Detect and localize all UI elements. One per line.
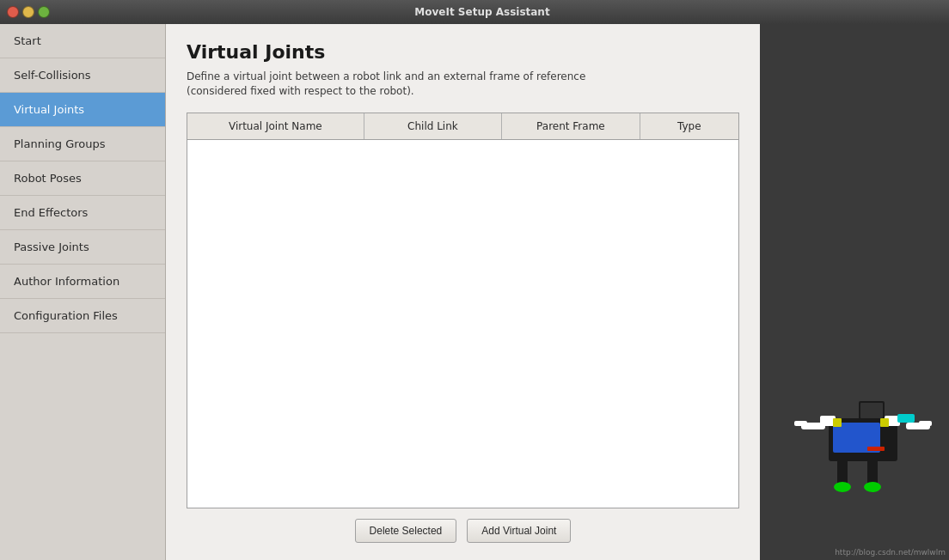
close-button[interactable]	[7, 6, 19, 18]
sidebar-item-configuration-files[interactable]: Configuration Files	[0, 299, 165, 333]
column-header-type: Type	[640, 113, 738, 139]
add-virtual-joint-button[interactable]: Add Virtual Joint	[467, 519, 571, 543]
page-title: Virtual Joints	[187, 41, 739, 63]
minimize-button[interactable]	[22, 6, 34, 18]
app-body: Start Self-Collisions Virtual Joints Pla…	[0, 24, 949, 560]
page-description: Define a virtual joint between a robot l…	[187, 70, 739, 99]
virtual-joints-table[interactable]: Virtual Joint Name Child Link Parent Fra…	[187, 113, 739, 508]
sidebar: Start Self-Collisions Virtual Joints Pla…	[0, 24, 166, 560]
svg-rect-12	[837, 459, 848, 484]
window-controls[interactable]	[7, 6, 50, 18]
sidebar-item-end-effectors[interactable]: End Effectors	[0, 196, 165, 230]
column-header-child-link: Child Link	[364, 113, 503, 139]
robot-canvas	[760, 24, 949, 560]
svg-rect-10	[833, 418, 842, 427]
sidebar-item-passive-joints[interactable]: Passive Joints	[0, 230, 165, 265]
table-header: Virtual Joint Name Child Link Parent Fra…	[187, 113, 738, 140]
robot-visualization	[786, 371, 940, 508]
watermark: http://blog.csdn.net/mwlwlm	[835, 548, 946, 557]
svg-rect-17	[919, 421, 932, 426]
svg-rect-16	[794, 421, 807, 426]
sidebar-item-start[interactable]: Start	[0, 24, 165, 58]
maximize-button[interactable]	[38, 6, 50, 18]
window-title: MoveIt Setup Assistant	[57, 6, 908, 18]
sidebar-item-planning-groups[interactable]: Planning Groups	[0, 127, 165, 161]
svg-point-15	[864, 482, 881, 492]
svg-rect-5	[860, 403, 883, 418]
svg-rect-11	[867, 447, 885, 451]
column-header-virtual-joint-name: Virtual Joint Name	[187, 113, 364, 139]
svg-point-14	[834, 482, 851, 492]
main-content: Virtual Joints Define a virtual joint be…	[166, 24, 760, 560]
sidebar-item-self-collisions[interactable]: Self-Collisions	[0, 58, 165, 93]
svg-rect-13	[867, 459, 878, 484]
button-row: Delete Selected Add Virtual Joint	[187, 519, 739, 543]
svg-rect-9	[880, 418, 889, 427]
sidebar-item-author-information[interactable]: Author Information	[0, 265, 165, 299]
title-bar: MoveIt Setup Assistant	[0, 0, 949, 24]
robot-view: http://blog.csdn.net/mwlwlm	[760, 24, 949, 560]
svg-rect-6	[897, 414, 915, 423]
table-body	[187, 140, 738, 508]
column-header-parent-frame: Parent Frame	[502, 113, 640, 139]
sidebar-item-virtual-joints[interactable]: Virtual Joints	[0, 93, 165, 127]
delete-selected-button[interactable]: Delete Selected	[355, 519, 457, 543]
sidebar-item-robot-poses[interactable]: Robot Poses	[0, 161, 165, 196]
